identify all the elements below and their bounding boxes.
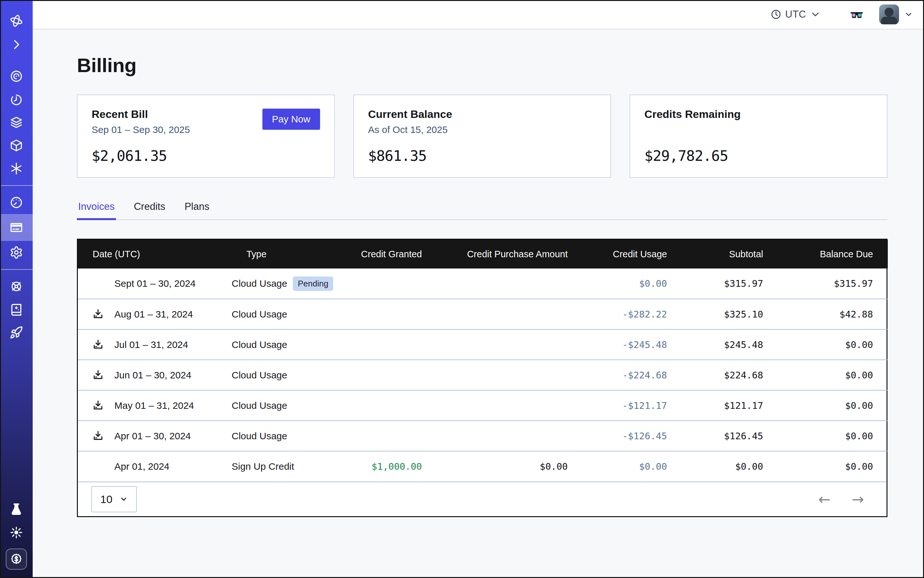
download-invoice-button[interactable] (92, 430, 104, 442)
invoice-period: May 01 – 31, 2024 (114, 400, 194, 411)
table-pagination: 10 ← → (78, 482, 887, 516)
avatar[interactable] (879, 5, 899, 24)
download-invoice-button[interactable] (92, 339, 104, 351)
next-page-button[interactable]: → (852, 492, 864, 507)
balance-due: $0.00 (778, 330, 888, 360)
download-invoice-button[interactable] (92, 399, 104, 412)
invoice-period: Jun 01 – 30, 2024 (114, 370, 191, 381)
prev-page-button[interactable]: ← (818, 492, 831, 507)
invoice-period: Sept 01 – 30, 2024 (114, 278, 196, 289)
invoice-type: Cloud Usage (232, 400, 287, 411)
sidebar-item-usage-gauge[interactable] (0, 191, 32, 214)
download-invoice-button[interactable] (92, 308, 104, 320)
sidebar-item-asterisk[interactable] (0, 157, 32, 180)
col-credit-purchase: Credit Purchase Amount (437, 240, 583, 268)
table-row: Aug 01 – 31, 2024 Cloud Usage -$282.22 $… (78, 299, 888, 330)
tab-invoices[interactable]: Invoices (77, 201, 116, 219)
invoice-type: Cloud Usage (232, 309, 287, 320)
collapse-chevron-icon[interactable] (0, 33, 32, 56)
pay-now-button[interactable]: Pay Now (262, 109, 320, 130)
sidebar-item-docs-book[interactable] (0, 298, 32, 321)
sidebar-divider (0, 269, 32, 270)
balance-due: $0.00 (778, 390, 888, 421)
recent-bill-card: Recent Bill Sep 01 – Sep 30, 2025 $2,061… (77, 94, 335, 178)
sidebar-item-layers[interactable] (0, 111, 32, 134)
sidebar-item-helm[interactable] (0, 275, 32, 298)
account-menu-chevron[interactable] (904, 10, 913, 19)
subtotal: $0.00 (682, 451, 778, 482)
goggles-icon[interactable] (849, 7, 864, 22)
card-title: Current Balance (368, 108, 596, 120)
credit-granted (357, 299, 437, 330)
credit-purchase (437, 330, 583, 360)
sidebar-item-billing[interactable] (0, 214, 32, 241)
credit-usage: -$224.68 (583, 360, 682, 390)
balance-due: $0.00 (778, 360, 888, 390)
sidebar-item-labs-flask[interactable] (0, 498, 32, 521)
invoice-period: Apr 01, 2024 (114, 461, 169, 472)
download-icon (92, 369, 104, 381)
credit-usage: -$121.17 (583, 390, 682, 421)
table-row: Sept 01 – 30, 2024 Cloud UsagePending $0… (78, 268, 888, 299)
credit-purchase (437, 268, 583, 299)
clock-icon (771, 9, 781, 20)
card-title: Credits Remaining (644, 108, 873, 120)
credit-usage: -$126.45 (583, 421, 682, 451)
balance-due: $315.97 (778, 268, 888, 299)
invoice-period: Jul 01 – 31, 2024 (114, 339, 188, 350)
subtotal: $315.97 (682, 268, 778, 299)
sidebar-divider (0, 185, 32, 186)
credit-purchase (437, 390, 583, 421)
sidebar-item-cube[interactable] (0, 134, 32, 157)
download-icon (92, 399, 104, 412)
invoice-type: Cloud Usage (232, 339, 287, 350)
subtotal: $224.68 (682, 360, 778, 390)
table-row: Apr 01 – 30, 2024 Cloud Usage -$126.45 $… (78, 421, 888, 451)
app-root: UTC Billing Recent Bill Sep 01 – Sep 30,… (0, 0, 924, 578)
credits-coin-button[interactable] (6, 549, 27, 570)
tab-plans[interactable]: Plans (183, 201, 211, 219)
col-credit-granted: Credit Granted (357, 240, 437, 268)
invoice-period: Aug 01 – 31, 2024 (114, 309, 193, 320)
table-header-row: Date (UTC) Type Credit Granted Credit Pu… (78, 240, 888, 268)
col-type: Type (232, 240, 357, 268)
chevron-down-icon (904, 10, 913, 19)
download-invoice-button[interactable] (92, 369, 104, 381)
invoice-type: Sign Up Credit (232, 461, 294, 472)
table-row: May 01 – 31, 2024 Cloud Usage -$121.17 $… (78, 390, 888, 421)
invoice-type: Cloud Usage (232, 370, 287, 381)
page-size-select[interactable]: 10 (91, 486, 137, 512)
current-balance-amount: $861.35 (368, 148, 596, 164)
credit-usage: $0.00 (583, 451, 682, 482)
current-balance-card: Current Balance As of Oct 15, 2025 $861.… (353, 94, 611, 178)
tab-credits[interactable]: Credits (133, 201, 167, 219)
sidebar-item-settings[interactable] (0, 241, 32, 264)
page-title: Billing (77, 54, 887, 76)
timezone-selector[interactable]: UTC (771, 9, 821, 20)
sidebar-item-timer[interactable] (0, 88, 32, 111)
credit-usage: $0.00 (583, 268, 682, 299)
subtotal: $325.10 (682, 299, 778, 330)
col-subtotal: Subtotal (682, 240, 778, 268)
balance-due: $42.88 (778, 299, 888, 330)
timezone-label: UTC (785, 9, 806, 20)
credit-granted (357, 390, 437, 421)
invoices-table: Date (UTC) Type Credit Granted Credit Pu… (77, 239, 887, 517)
subtotal: $126.45 (682, 421, 778, 451)
content: Billing Recent Bill Sep 01 – Sep 30, 202… (32, 29, 924, 578)
sidebar-item-theme-sun[interactable] (0, 521, 32, 544)
download-icon (92, 339, 104, 351)
summary-cards: Recent Bill Sep 01 – Sep 30, 2025 $2,061… (77, 94, 887, 178)
credits-remaining-card: Credits Remaining $29,782.65 (630, 94, 887, 178)
col-balance-due: Balance Due (778, 240, 888, 268)
logo-orbit-icon[interactable] (0, 8, 32, 33)
invoice-type: Cloud Usage (232, 430, 287, 442)
sidebar-item-radar[interactable] (0, 65, 32, 88)
credit-usage: -$245.48 (583, 330, 682, 360)
credit-purchase (437, 421, 583, 451)
sidebar-item-rocket[interactable] (0, 321, 32, 344)
credit-usage: -$282.22 (583, 299, 682, 330)
status-badge: Pending (293, 276, 333, 291)
credit-granted (357, 330, 437, 360)
table-row: Jul 01 – 31, 2024 Cloud Usage -$245.48 $… (78, 330, 888, 360)
